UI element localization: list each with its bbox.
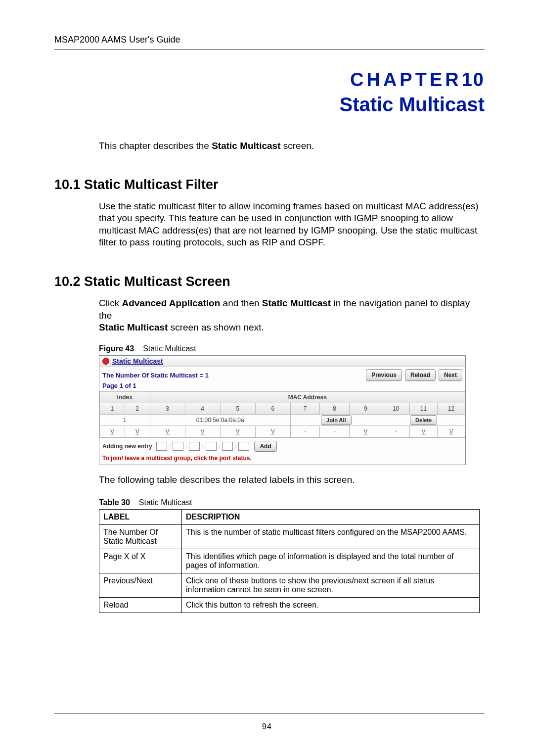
row-0-label: The Number Of Static Multicast (99, 524, 182, 549)
figure-caption: Figure 43Static Multicast (99, 344, 485, 353)
figure-titlebar: Static Multicast (99, 356, 465, 367)
s2-l1-pre: Click (99, 298, 122, 308)
row-2-label: Previous/Next (99, 573, 182, 597)
s2-l1-b2: Static Multicast (262, 298, 331, 308)
section-10-2-body: Click Advanced Application and then Stat… (99, 297, 485, 333)
col-1: 1 (100, 403, 125, 415)
s2-l2-post: screen as shown next. (168, 322, 264, 332)
port-6-status[interactable]: V (255, 426, 290, 437)
delete-button[interactable]: Delete (410, 415, 437, 425)
previous-button[interactable]: Previous (366, 369, 402, 381)
figure-note: To join/ leave a multicast group, click … (99, 455, 465, 465)
add-entry-row: Adding new entry : : : : : Add (99, 437, 465, 455)
th-label: LABEL (99, 509, 182, 524)
col-8: 8 (320, 403, 350, 415)
col-7: 7 (290, 403, 320, 415)
join-all-button[interactable]: Join All (321, 415, 351, 425)
intro-prefix: This chapter describes the (99, 141, 212, 151)
s2-l1-mid: and then (220, 298, 262, 308)
table-label: Table 30 (99, 498, 130, 507)
add-button[interactable]: Add (254, 441, 276, 452)
mac-octet-3[interactable] (189, 442, 200, 451)
col-12: 12 (437, 403, 465, 415)
port-1-status[interactable]: V (100, 426, 125, 437)
footer-rule (54, 713, 485, 713)
figure-window-title: Static Multicast (112, 357, 163, 365)
port-5-status[interactable]: V (220, 426, 255, 437)
table-row: The Number Of Static Multicast This is t… (99, 524, 480, 549)
after-figure-text: The following table describes the relate… (99, 474, 485, 486)
row-index: 1 (100, 415, 150, 426)
grid-header-index: Index (100, 392, 150, 403)
multicast-count: The Number Of Static Multicast = 1 (102, 372, 209, 379)
mac-octet-2[interactable] (173, 442, 183, 451)
mac-octet-1[interactable] (156, 442, 167, 451)
table-row: Previous/Next Click one of these buttons… (99, 573, 480, 597)
figure-43: Static Multicast The Number Of Static Mu… (99, 355, 466, 465)
intro-suffix: screen. (281, 141, 314, 151)
port-8-status[interactable]: - (320, 426, 350, 437)
multicast-grid: Index MAC Address 1 2 3 4 5 6 7 8 9 10 1… (99, 391, 465, 437)
port-10-status[interactable]: - (382, 426, 410, 437)
chapter-label: CHAPTER (350, 69, 462, 90)
table-caption-text: Static Multicast (139, 498, 192, 507)
row-1-label: Page X of X (99, 549, 182, 573)
add-entry-label: Adding new entry (102, 443, 152, 450)
chapter-block: CHAPTER10 Static Multicast (54, 69, 485, 116)
col-3: 3 (150, 403, 185, 415)
chapter-title: Static Multicast (54, 94, 485, 116)
s2-l1-b1: Advanced Application (122, 298, 220, 308)
intro-bold: Static Multicast (212, 141, 280, 151)
table-row: Page X of X This identifies which page o… (99, 549, 480, 573)
figure-text: Static Multicast (143, 344, 196, 353)
row-mac: 01:00:5e:0a:0a:0a (150, 415, 290, 426)
reload-button[interactable]: Reload (405, 369, 436, 381)
port-7-status[interactable]: - (290, 426, 320, 437)
col-10: 10 (382, 403, 410, 415)
join-all-cell: Join All (290, 415, 382, 426)
mac-octet-5[interactable] (222, 442, 233, 451)
port-9-status[interactable]: V (349, 426, 382, 437)
delete-cell: Delete (382, 415, 465, 426)
section-10-2-heading: 10.2 Static Multicast Screen (54, 274, 485, 289)
row-3-label: Reload (99, 597, 182, 613)
table-30: LABEL DESCRIPTION The Number Of Static M… (99, 509, 480, 613)
row-3-desc: Click this button to refresh the screen. (182, 597, 480, 613)
s2-l2-b: Static Multicast (99, 322, 168, 332)
table-row: Reload Click this button to refresh the … (99, 597, 480, 613)
port-12-status[interactable]: V (437, 426, 465, 437)
port-2-status[interactable]: V (125, 426, 150, 437)
table-caption: Table 30Static Multicast (99, 498, 485, 507)
col-11: 11 (410, 403, 438, 415)
port-11-status[interactable]: V (410, 426, 438, 437)
section-10-1-body: Use the static multicast filter to allow… (99, 200, 485, 248)
th-desc: DESCRIPTION (182, 509, 480, 524)
page-number: 94 (0, 722, 534, 731)
port-4-status[interactable]: V (185, 426, 220, 437)
figure-label: Figure 43 (99, 344, 134, 353)
close-icon[interactable] (102, 358, 109, 365)
col-2: 2 (125, 403, 150, 415)
port-3-status[interactable]: V (150, 426, 185, 437)
running-head: MSAP2000 AAMS User's Guide (54, 35, 485, 49)
col-9: 9 (349, 403, 382, 415)
grid-header-mac: MAC Address (150, 392, 465, 403)
col-4: 4 (185, 403, 220, 415)
row-1-desc: This identifies which page of informatio… (182, 549, 480, 573)
row-0-desc: This is the number of static multicast f… (182, 524, 480, 549)
col-6: 6 (255, 403, 290, 415)
mac-octet-6[interactable] (238, 442, 249, 451)
col-5: 5 (220, 403, 255, 415)
next-button[interactable]: Next (439, 369, 462, 381)
chapter-number: 10 (462, 69, 485, 90)
page-indicator: Page 1 of 1 (99, 382, 465, 391)
chapter-intro: This chapter describes the Static Multic… (99, 141, 485, 151)
mac-octet-4[interactable] (206, 442, 217, 451)
section-10-1-heading: 10.1 Static Multicast Filter (54, 177, 485, 192)
row-2-desc: Click one of these buttons to show the p… (182, 573, 480, 597)
